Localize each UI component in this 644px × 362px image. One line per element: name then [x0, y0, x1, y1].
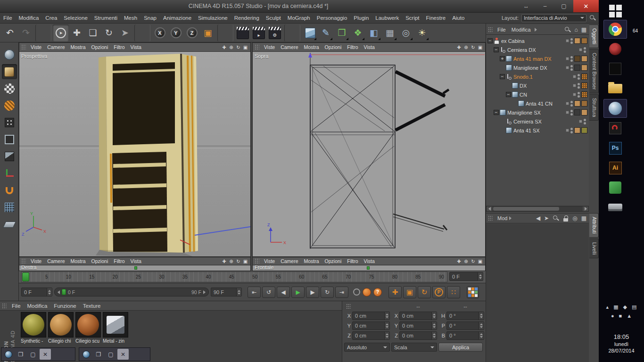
texture-chip[interactable]	[574, 65, 580, 71]
tray-icon[interactable]: ▦	[613, 304, 618, 310]
viewport-menu-item[interactable]: Viste	[261, 44, 278, 50]
coord-scale-select[interactable]: Scala	[391, 343, 437, 352]
power-slider[interactable]: 0 F 90 F	[54, 288, 209, 296]
texture-chip[interactable]	[581, 91, 587, 98]
tray-icon[interactable]: ■	[619, 313, 622, 319]
viewport-right-sliver[interactable]: Destra	[19, 265, 251, 271]
viewport-menu-item[interactable]: Opzioni	[322, 44, 345, 50]
texture-chip[interactable]	[581, 109, 587, 115]
key-parameter-toggle[interactable]: P	[432, 286, 446, 298]
menu-item[interactable]: File	[0, 15, 16, 21]
key-pla-toggle[interactable]: ∷	[447, 286, 460, 298]
rotate-view-icon[interactable]: ↻	[470, 44, 477, 51]
expand-toggle[interactable]: +	[500, 56, 505, 61]
axis-mode-icon[interactable]	[2, 166, 17, 181]
menu-item[interactable]: Strumenti	[91, 15, 121, 21]
chrome-icon[interactable]	[603, 20, 627, 39]
add-modeling-button[interactable]: ❖	[350, 25, 366, 41]
menu-item[interactable]: Personaggio	[314, 15, 351, 21]
texture-chip[interactable]	[574, 56, 580, 62]
viewport-menu-item[interactable]: Opzioni	[89, 258, 111, 264]
move-tool[interactable]: ✚	[69, 25, 85, 41]
key-rotation-toggle[interactable]: ↻	[418, 286, 431, 298]
next-frame-button[interactable]: ▶	[306, 287, 319, 298]
texture-chip[interactable]	[581, 74, 587, 80]
prev-key-button[interactable]: ↺	[262, 287, 275, 298]
object-icon[interactable]	[518, 100, 524, 107]
texture-mode-icon[interactable]	[2, 81, 17, 96]
viewport-menu-item[interactable]: Viste	[261, 258, 278, 264]
object-icon[interactable]	[494, 38, 500, 44]
menu-item[interactable]: Laubwerk	[372, 15, 402, 21]
panel-tab[interactable]: Livelli	[589, 239, 599, 258]
menu-item[interactable]: Funzione	[50, 303, 79, 309]
panel-tab[interactable]: Content Browser	[589, 49, 599, 93]
visibility-dots[interactable]	[578, 92, 580, 98]
jump-start-button[interactable]: ⇤	[248, 287, 261, 298]
viewport-menu-item[interactable]: Viste	[28, 44, 44, 50]
explorer-folder-icon[interactable]	[603, 79, 627, 98]
texture-chip[interactable]	[574, 100, 580, 107]
menu-item[interactable]: MoGraph	[284, 15, 314, 21]
viewport-menu-item[interactable]: Vista	[128, 44, 144, 50]
visibility-dots[interactable]	[570, 65, 573, 71]
stepper[interactable]	[478, 272, 483, 280]
menu-item[interactable]: Animazione	[160, 15, 195, 21]
viewport-canvas[interactable]: Prospettiva	[19, 52, 250, 256]
current-frame-input[interactable]: 0 F	[449, 272, 483, 281]
coord-input[interactable]: 0 cm	[399, 312, 437, 320]
maximize-view-icon[interactable]: ▣	[477, 258, 484, 265]
rotate-tool[interactable]: ↻	[101, 25, 117, 41]
key-position-toggle[interactable]: ✚	[388, 286, 402, 298]
add-light-button[interactable]: ☀	[414, 25, 430, 41]
green-app-icon[interactable]	[603, 178, 627, 197]
Metal - zin[interactable]: Metal - zin	[103, 312, 129, 344]
render-settings-button[interactable]: ⚙	[267, 25, 283, 41]
expand-toggle[interactable]: −	[494, 47, 499, 52]
viewport-front-sliver[interactable]: Frontale	[252, 265, 486, 271]
object-row[interactable]: Anta 41 CN	[486, 99, 589, 108]
rotate-view-icon[interactable]: ↻	[235, 44, 242, 51]
back-icon[interactable]: ◀	[536, 215, 540, 222]
texture-chip[interactable]	[574, 109, 580, 115]
stepper[interactable]	[479, 312, 484, 320]
scanner-app-icon[interactable]	[603, 198, 627, 217]
cinema4d-app-icon[interactable]	[603, 99, 627, 118]
render-view-button[interactable]	[235, 25, 251, 41]
tag-square[interactable]	[573, 75, 576, 78]
viewport-label[interactable]: Prospettiva	[21, 53, 47, 59]
visibility-dots[interactable]	[570, 110, 573, 115]
redo-button[interactable]: ↷	[18, 25, 34, 41]
stepper[interactable]	[236, 288, 241, 296]
panel-handle[interactable]	[488, 215, 493, 221]
lock-z-axis-button[interactable]: Z	[184, 25, 200, 41]
menu-item[interactable]: Mesh	[121, 15, 140, 21]
object-icon[interactable]	[512, 82, 518, 89]
material-preview[interactable]	[21, 312, 46, 337]
lock-x-axis-button[interactable]: X	[152, 25, 168, 41]
object-icon[interactable]	[512, 91, 518, 98]
windows-start-button[interactable]	[603, 3, 627, 19]
tag-square[interactable]	[566, 102, 569, 105]
viewport-menu-item[interactable]: Opzioni	[322, 258, 345, 264]
grid-snap-icon[interactable]	[2, 200, 17, 215]
adobe-reader-icon[interactable]	[603, 119, 627, 138]
panel-menu-icon[interactable]: ▦	[581, 26, 586, 33]
jump-end-button[interactable]: ⇥	[335, 287, 348, 298]
texture-chip[interactable]	[574, 38, 580, 44]
menu-item[interactable]: Finestre	[423, 15, 449, 21]
coord-input[interactable]: 0 cm	[399, 331, 437, 340]
apply-button[interactable]: Applica	[438, 343, 483, 352]
workplane-icon[interactable]	[2, 217, 17, 232]
close-button[interactable]: ✕	[40, 349, 51, 360]
stepper[interactable]	[431, 312, 437, 320]
tag-square[interactable]	[579, 120, 582, 123]
menu-item[interactable]: Modifica	[509, 27, 534, 33]
toolbar-separator[interactable]	[217, 25, 233, 41]
material-preview[interactable]	[75, 312, 101, 337]
coord-input[interactable]: 0 cm	[352, 331, 390, 340]
home-icon[interactable]: ⌂	[574, 26, 578, 33]
panel-handle[interactable]	[255, 258, 259, 264]
pan-view-icon[interactable]: ✚	[221, 258, 228, 265]
menu-item[interactable]: Rendering	[231, 15, 263, 21]
